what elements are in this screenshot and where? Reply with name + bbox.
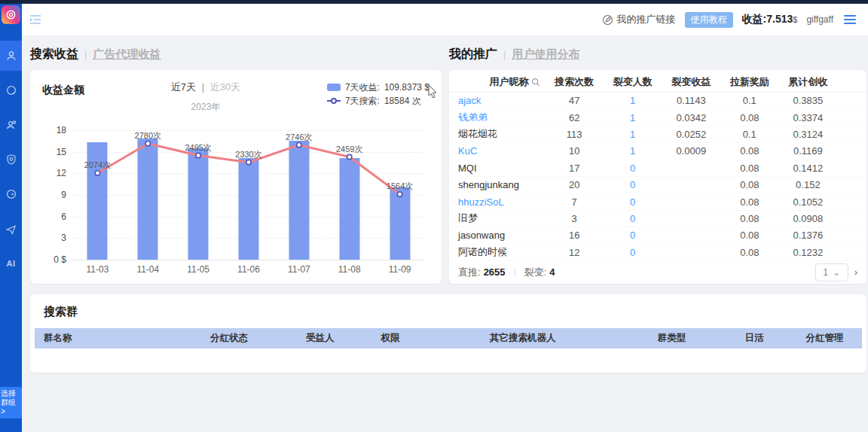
legend-line-swatch[interactable] [327,97,341,105]
user-nickname[interactable]: 钱弟弟 [449,111,545,124]
logo-spiral-icon [5,9,17,20]
sidebar-item-security[interactable] [0,145,22,175]
y-axis-tick: 9 [42,190,66,200]
fission-count-link[interactable]: 0 [604,163,662,174]
user-nickname: 烟花烟花 [449,127,545,141]
range-7d-tab[interactable]: 近7天 [171,81,196,93]
referral-reward: 0.08 [720,145,779,157]
table-row: shengjunkang2000.080.152 [449,177,866,193]
promo-table-footer: 直推:2655 裂变:4 1 ⌄ › [449,261,866,284]
send-icon [5,224,17,235]
sidebar-item-team[interactable] [0,110,22,140]
next-page-button[interactable]: › [854,266,857,278]
user-nickname[interactable]: KuC [449,145,545,157]
revenue-chart-card: 收益金额 近7天 | 近30天 2023年 7天收益: 109 [30,70,442,284]
sidebar-item-ai[interactable]: AI [0,248,22,278]
fission-count-link[interactable]: 0 [604,247,662,258]
line-point-label: 2780次 [135,130,161,141]
tab-my-promotion[interactable]: 我的推广 [449,47,497,62]
fission-count-link[interactable]: 1 [604,95,662,106]
user-nickname[interactable]: ajack [449,95,545,106]
table-row: hhuzziSoL700.080.1052 [449,193,866,210]
globe-icon [5,84,17,96]
hamburger-menu-icon[interactable] [842,14,857,26]
fission-count-link[interactable]: 1 [604,145,662,157]
legend-line-value: 18584 次 [384,95,421,108]
mouse-cursor [428,84,439,99]
search-count: 47 [545,95,604,106]
group-col-header: 群类型 [622,332,722,345]
total-income: 0.1052 [779,196,838,208]
app-logo[interactable] [2,5,20,24]
fission-income: 0.0009 [662,145,721,157]
line-point-label: 2074次 [84,160,111,171]
table-row: 钱弟弟6210.03420.080.3374 [449,109,866,126]
table-row: 阿诺的时候1200.080.1232 [449,245,866,261]
sidebar-item-share[interactable] [0,214,22,244]
username: giffgaff [806,14,833,25]
menu-collapse-icon[interactable] [29,14,41,25]
table-row: ajack4710.11430.10.3835 [449,93,866,109]
total-income: 0.3835 [779,95,838,106]
fission-count-link[interactable]: 0 [604,196,662,208]
tutorial-badge[interactable]: 使用教程 [685,12,733,28]
my-promo-link[interactable]: 我的推广链接 [602,13,676,26]
fission-count-link[interactable]: 0 [604,179,662,190]
fission-count-link[interactable]: 0 [604,230,662,241]
search-count: 113 [545,129,604,140]
referral-reward: 0.08 [720,163,779,174]
total-income: 0.3124 [779,129,838,140]
referral-reward: 0.08 [720,213,779,224]
fission-count-link[interactable]: 1 [604,129,662,140]
page-number: 1 [823,267,828,278]
group-col-header: 受益人 [283,332,357,345]
referral-reward: 0.1 [720,129,779,140]
line-point-label: 1564次 [387,181,413,192]
referral-reward: 0.08 [720,247,779,258]
select-group-badge[interactable]: 选择群组 > [0,387,22,418]
col-fission-count: 裂变人数 [604,75,662,89]
fission-income: 0.1143 [662,95,721,106]
search-count: 16 [545,230,604,241]
fission-count-link[interactable]: 0 [604,213,662,224]
total-income: 0.1232 [779,247,838,258]
page-select[interactable]: 1 ⌄ [815,263,848,281]
tab-search-revenue[interactable]: 搜索收益 [30,47,78,62]
line-point-label: 2459次 [336,144,362,155]
user-nickname[interactable]: hhuzziSoL [449,196,545,208]
x-axis-tick: 11-03 [72,264,123,275]
sidebar-item-profile[interactable] [0,41,22,71]
sidebar-item-records[interactable] [0,179,22,209]
total-income: 0.0908 [779,213,838,224]
user-nickname: shengjunkang [449,179,545,190]
sidebar-item-browse[interactable] [0,75,22,105]
user-nickname: MQI [449,163,545,174]
search-groups-card: 搜索群 群名称分红状态受益人权限其它搜索机器人群类型日活分红管理 [30,294,866,373]
table-row: KuC1010.00090.080.1169 [449,143,866,160]
y-axis-tick: 18 [42,125,66,135]
table-row: jasonwang1600.080.1376 [449,227,866,244]
range-separator: | [202,81,204,93]
group-col-header: 分红管理 [787,332,862,345]
group-col-header: 日活 [721,332,787,345]
search-groups-title: 搜索群 [44,305,862,319]
line-point-label: 2330次 [235,149,261,160]
search-icon[interactable] [531,78,540,87]
fission-count-link[interactable]: 1 [604,112,662,123]
direct-value: 2655 [484,266,506,278]
team-icon [5,119,17,131]
user-icon [5,50,17,62]
tab-user-usage[interactable]: 用户使用分布 [512,47,579,62]
y-axis-tick: 6 [42,211,66,222]
range-30d-tab[interactable]: 近30天 [210,81,240,93]
referral-reward: 0.08 [720,230,779,241]
ai-icon: AI [7,259,16,268]
legend-bar-swatch[interactable] [327,84,341,91]
promo-table: 用户昵称 搜索次数 裂变人数 裂变收益 拉新奖励 累计创收 ajack4710.… [449,71,866,261]
user-nickname: jasonwang [449,230,545,241]
chart-x-axis: 11-0311-0411-0511-0611-0711-0811-09 [72,264,425,275]
search-count: 12 [545,247,604,258]
legend-line-label: 7天搜索: [345,95,380,108]
user-nickname: 阿诺的时候 [449,245,545,259]
tab-ad-agency-revenue[interactable]: 广告代理收益 [93,47,160,62]
